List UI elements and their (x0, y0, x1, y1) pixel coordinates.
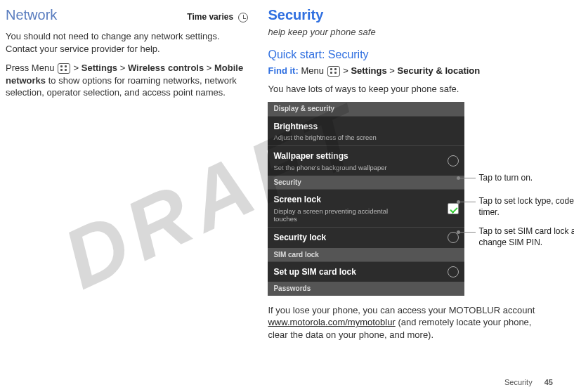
chevron-icon (448, 155, 459, 166)
ph-header-display: Display & security (268, 102, 464, 116)
callout-line-2 (457, 202, 476, 202)
ph-sub-wallpaper: Set the phone's background wallpaper (273, 164, 386, 171)
ph-title-securitylock: Security lock (273, 232, 326, 243)
ph-item-simlock[interactable]: Set up SIM card lock (268, 261, 464, 282)
ph-sub-screenlock: Display a screen preventing accidental t… (273, 207, 400, 223)
network-para-2: Press Menu > Settings > Wireless control… (6, 62, 248, 99)
find-it-line: Find it: Menu > Settings > Security & lo… (268, 65, 553, 77)
phone-widget-wrap: Display & security Brightness Adjust the… (268, 102, 553, 296)
ph-title-brightness: Brightness (273, 121, 376, 132)
security-outro: If you lose your phone, you can access y… (268, 304, 553, 341)
menu-grid-icon (327, 66, 340, 77)
network-para-1: You should not need to change any networ… (6, 30, 248, 55)
menu-grid-icon (58, 63, 70, 74)
find-it-menu-text: Menu (301, 65, 326, 76)
footer-page: 45 (544, 378, 553, 386)
checkbox-checked-icon[interactable] (448, 203, 459, 214)
nav-wireless: Wireless controls (128, 63, 204, 73)
nav-settings-2: Settings (351, 65, 386, 76)
phone-widget: Display & security Brightness Adjust the… (268, 102, 464, 296)
quickstart-heading: Quick start: Security (268, 47, 553, 63)
ph-item-brightness[interactable]: Brightness Adjust the brightness of the … (268, 116, 464, 146)
nav-security-location: Security & location (398, 65, 481, 76)
ph-item-wallpaper[interactable]: Wallpaper settings Set the phone's backg… (268, 145, 464, 176)
callout-1: Tap to turn on. (478, 173, 574, 184)
security-heading: Security (268, 6, 553, 25)
ph-sub-brightness: Adjust the brightness of the screen (273, 133, 376, 141)
callout-3: Tap to set SIM card lock and change SIM … (478, 226, 574, 248)
callout-line-1 (457, 178, 476, 178)
radio-icon[interactable] (448, 266, 459, 277)
press-menu-text: Press Menu (6, 63, 57, 73)
ph-item-securitylock[interactable]: Security lock (268, 227, 464, 247)
ph-header-passwords: Passwords (268, 282, 464, 296)
security-tagline: help keep your phone safe (268, 26, 553, 39)
ph-header-security: Security (268, 176, 464, 190)
ph-item-screenlock[interactable]: Screen lock Display a screen preventing … (268, 189, 464, 227)
ph-title-screenlock: Screen lock (273, 194, 400, 205)
right-column: Security help keep your phone safe Quick… (268, 6, 553, 371)
callout-line-3 (457, 232, 476, 233)
outro-pre: If you lose your phone, you can access y… (268, 305, 535, 315)
page-footer: Security 45 (504, 377, 553, 388)
nav-settings: Settings (81, 63, 117, 73)
motoblur-link[interactable]: www.motorola.com/mymotoblur (268, 317, 395, 327)
footer-section: Security (504, 378, 533, 386)
ph-title-simlock: Set up SIM card lock (273, 266, 356, 277)
security-intro: You have lots of ways to keep your phone… (268, 83, 553, 96)
time-badge-text: Time varies (187, 12, 233, 22)
time-badge: Time varies (187, 11, 248, 22)
network-heading: Network (6, 6, 57, 25)
find-it-label: Find it: (268, 65, 298, 76)
clock-icon (238, 13, 248, 22)
ph-title-wallpaper: Wallpaper settings (273, 150, 386, 162)
callout-2: Tap to set lock type, code, and timer. (478, 196, 574, 218)
left-column: Network Time varies You should not need … (6, 6, 248, 371)
ph-header-simlock: SIM card lock (268, 248, 464, 262)
